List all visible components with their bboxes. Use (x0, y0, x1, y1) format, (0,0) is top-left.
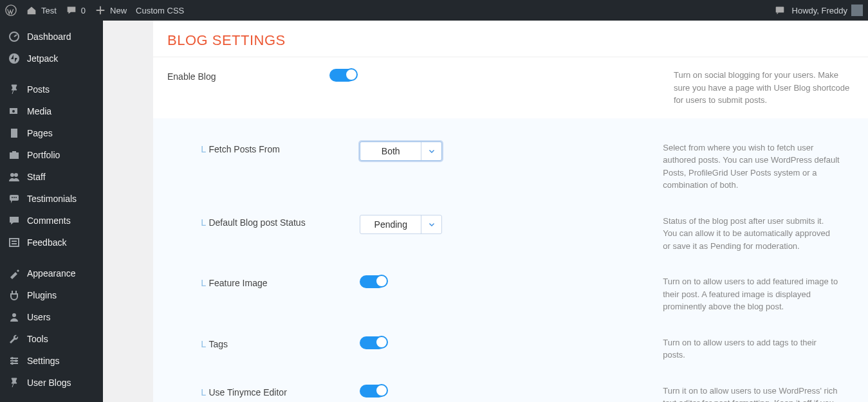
row-tinymce: LUse Tinymce Editor Turn it on to allow … (167, 373, 854, 403)
help-enable-blog: Turn on social blogging for your users. … (674, 69, 854, 107)
users-icon (8, 311, 21, 324)
toggle-tags[interactable] (360, 336, 385, 349)
svg-point-12 (14, 197, 15, 198)
sidebar-label: User Blogs (27, 378, 71, 388)
sidebar-label: Staff (27, 172, 46, 182)
sidebar-item-feedback[interactable]: Feedback (0, 232, 103, 253)
sidebar-item-user-blogs[interactable]: User Blogs (0, 372, 103, 394)
svg-rect-5 (11, 129, 17, 138)
sidebar-label: Portfolio (27, 150, 60, 160)
comments-count: 0 (81, 6, 86, 15)
sidebar-label: Testimonials (27, 194, 77, 204)
row-fetch-posts: LFetch Posts From Both Select from where… (167, 123, 854, 203)
admin-bar-right: Howdy, Freddy (774, 0, 863, 21)
row-enable-blog: Enable Blog Turn on social blogging for … (153, 57, 868, 118)
sidebar-label: Tools (27, 334, 48, 344)
notifications-link[interactable] (774, 5, 786, 16)
plus-icon (95, 5, 106, 16)
appearance-icon (8, 267, 21, 280)
settings-icon (8, 354, 21, 367)
help-fetch-posts: Select from where you wish to fetch user… (663, 142, 840, 192)
svg-point-9 (14, 173, 18, 177)
staff-icon (8, 170, 21, 183)
custom-css-label: Custom CSS (136, 6, 184, 15)
label-fetch-posts: LFetch Posts From (201, 142, 360, 154)
label-tinymce: LUse Tinymce Editor (201, 385, 360, 397)
sidebar-item-testimonials[interactable]: Testimonials (0, 188, 103, 210)
hierarchy-mark-icon: L (201, 278, 206, 288)
sidebar-item-tools[interactable]: Tools (0, 328, 103, 350)
sub-settings: LFetch Posts From Both Select from where… (153, 118, 868, 403)
toggle-enable-blog[interactable] (329, 69, 355, 82)
chevron-down-icon (421, 142, 441, 160)
select-post-status[interactable]: Pending (360, 215, 442, 234)
row-tags: LTags Turn on to allow users to add tags… (167, 325, 854, 373)
sidebar-item-pages[interactable]: Pages (0, 122, 103, 144)
sidebar-item-portfolio[interactable]: Portfolio (0, 144, 103, 166)
label-tags: LTags (201, 336, 360, 349)
svg-rect-14 (10, 239, 19, 246)
svg-point-8 (10, 173, 14, 177)
svg-point-0 (6, 5, 16, 15)
user-blogs-icon (8, 376, 21, 389)
testimonial-icon (8, 192, 21, 205)
howdy-link[interactable]: Howdy, Freddy (792, 5, 863, 16)
toggle-feature-image[interactable] (360, 275, 385, 288)
site-name-label: Test (41, 6, 57, 15)
comment-icon (66, 5, 77, 16)
sidebar-label: Appearance (27, 268, 76, 279)
sidebar-item-jetpack[interactable]: Jetpack (0, 48, 103, 69)
jetpack-icon (8, 52, 21, 65)
svg-point-15 (12, 313, 16, 317)
avatar (851, 5, 863, 16)
sidebar-label: Jetpack (27, 53, 58, 64)
label-post-status: LDefault Blog post Status (201, 215, 360, 228)
sidebar-item-dashboard[interactable]: Dashboard (0, 26, 103, 48)
select-fetch-posts[interactable]: Both (360, 142, 442, 161)
svg-point-17 (15, 360, 17, 362)
admin-bar: Test 0 New Custom CSS Howdy, Freddy (0, 0, 868, 21)
help-feature-image: Turn on to allow users to add featured i… (663, 275, 840, 313)
tools-icon (8, 333, 21, 345)
admin-sidebar: Dashboard Jetpack Posts Media Pages Port… (0, 21, 103, 402)
sidebar-item-posts[interactable]: Posts (0, 78, 103, 100)
help-post-status: Status of the blog post after user submi… (663, 215, 840, 253)
chevron-down-icon (421, 215, 441, 233)
svg-rect-1 (775, 7, 784, 13)
custom-css-link[interactable]: Custom CSS (136, 6, 184, 15)
feedback-icon (8, 236, 21, 249)
wp-logo[interactable] (5, 5, 17, 16)
sidebar-label: Media (27, 106, 51, 116)
sidebar-item-settings[interactable]: Settings (0, 350, 103, 372)
pin-icon (8, 83, 21, 96)
sidebar-label: Plugins (27, 290, 57, 300)
comments-link[interactable]: 0 (66, 5, 86, 16)
svg-rect-6 (10, 152, 19, 159)
svg-point-3 (9, 53, 19, 64)
svg-rect-7 (12, 151, 16, 153)
svg-point-18 (11, 362, 14, 365)
help-tags: Turn on to allow users to add tags to th… (663, 336, 840, 361)
pages-icon (8, 127, 21, 140)
sidebar-item-plugins[interactable]: Plugins (0, 284, 103, 306)
new-label: New (110, 6, 127, 15)
sidebar-item-appearance[interactable]: Appearance (0, 262, 103, 284)
admin-bar-left: Test 0 New Custom CSS (5, 5, 184, 16)
sidebar-label: Feedback (27, 237, 66, 248)
sidebar-item-comments[interactable]: Comments (0, 210, 103, 232)
sidebar-label: Comments (27, 215, 71, 226)
hierarchy-mark-icon: L (201, 387, 206, 397)
wordpress-icon (5, 5, 17, 16)
sidebar-item-users[interactable]: Users (0, 306, 103, 328)
site-name-link[interactable]: Test (26, 5, 57, 16)
svg-point-13 (15, 197, 17, 198)
plugins-icon (8, 289, 21, 302)
toggle-tinymce[interactable] (360, 385, 385, 397)
help-tinymce: Turn it on to allow users to use WordPre… (663, 385, 840, 403)
settings-title-block: BLOG SETTINGS (153, 21, 868, 57)
row-post-status: LDefault Blog post Status Pending Status… (167, 203, 854, 264)
portfolio-icon (8, 149, 21, 161)
sidebar-item-staff[interactable]: Staff (0, 166, 103, 188)
new-link[interactable]: New (95, 5, 127, 16)
sidebar-item-media[interactable]: Media (0, 100, 103, 122)
